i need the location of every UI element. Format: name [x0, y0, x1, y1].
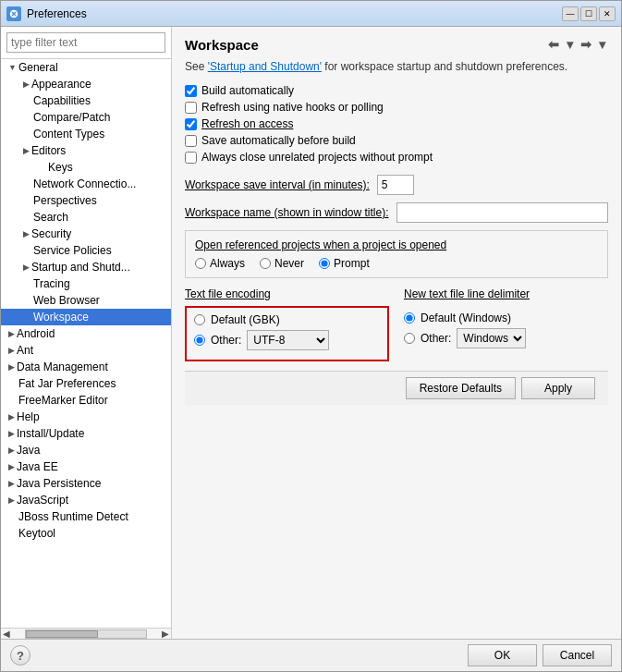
ok-button[interactable]: OK: [468, 644, 537, 666]
expand-icon: ▶: [8, 495, 15, 505]
expand-icon: ▶: [23, 263, 30, 272]
scroll-left-button[interactable]: ◀: [1, 629, 12, 639]
prompt-radio[interactable]: [319, 258, 330, 269]
never-label: Never: [274, 257, 304, 270]
encoding-other-radio[interactable]: [194, 335, 205, 346]
sidebar-item-web-browser[interactable]: Web Browser: [1, 292, 171, 309]
scroll-right-button[interactable]: ▶: [160, 629, 171, 639]
sidebar-item-android[interactable]: ▶ Android: [1, 325, 171, 342]
sidebar-item-startup-shutdown[interactable]: ▶ Startup and Shutd...: [1, 259, 171, 275]
preferences-window: Preferences — ☐ ✕ ▼ General ▶ Appearance: [0, 0, 622, 672]
checkbox-build-auto: Build automatically: [185, 84, 608, 97]
refresh-native-checkbox[interactable]: [185, 102, 197, 114]
sidebar-item-compare-patch[interactable]: Compare/Patch: [1, 109, 171, 126]
build-auto-label: Build automatically: [201, 84, 294, 97]
workspace-name-input[interactable]: [396, 202, 608, 223]
minimize-button[interactable]: —: [562, 6, 579, 21]
sidebar-item-install-update[interactable]: ▶ Install/Update: [1, 425, 171, 442]
workspace-name-row: Workspace name (shown in window title):: [185, 202, 608, 223]
dropdown-icon[interactable]: ▾: [564, 36, 576, 53]
refresh-access-checkbox[interactable]: [185, 118, 197, 130]
encoding-delimiter-columns: Text file encoding Default (GBK) Other: …: [185, 287, 608, 361]
scrollbar-track: [25, 629, 147, 639]
save-interval-input[interactable]: [377, 175, 414, 195]
close-unrelated-label: Always close unrelated projects without …: [201, 151, 433, 164]
apply-button[interactable]: Apply: [521, 377, 595, 399]
sidebar-item-keys[interactable]: Keys: [1, 159, 171, 176]
sidebar-item-appearance[interactable]: ▶ Appearance: [1, 76, 171, 92]
delimiter-default-label: Default (Windows): [421, 312, 511, 324]
scrollbar-thumb[interactable]: [26, 630, 98, 638]
sidebar-item-security[interactable]: ▶ Security: [1, 226, 171, 242]
sidebar-item-tracing[interactable]: Tracing: [1, 275, 171, 292]
sidebar-item-ant[interactable]: ▶ Ant: [1, 342, 171, 359]
sidebar-item-help[interactable]: ▶ Help: [1, 409, 171, 425]
sidebar-item-data-management[interactable]: ▶ Data Management: [1, 359, 171, 375]
delimiter-select[interactable]: Windows Unix Mac: [457, 328, 526, 348]
maximize-button[interactable]: ☐: [580, 6, 597, 21]
text-encoding-column: Text file encoding Default (GBK) Other: …: [185, 287, 389, 361]
help-button[interactable]: ?: [10, 645, 30, 666]
close-button[interactable]: ✕: [599, 6, 616, 21]
sidebar-item-java-persistence[interactable]: ▶ Java Persistence: [1, 475, 171, 492]
delimiter-other-radio[interactable]: [404, 333, 415, 344]
checkboxes-group: Build automatically Refresh using native…: [185, 84, 608, 164]
dropdown2-icon[interactable]: ▾: [596, 36, 608, 53]
always-label: Always: [210, 257, 245, 270]
restore-defaults-button[interactable]: Restore Defaults: [406, 377, 516, 399]
expand-icon: ▶: [23, 79, 30, 89]
sidebar-item-keytool[interactable]: Keytool: [1, 525, 171, 542]
refresh-native-label: Refresh using native hooks or polling: [201, 101, 384, 114]
sidebar-item-service-policies[interactable]: Service Policies: [1, 242, 171, 259]
sidebar-item-java-ee[interactable]: ▶ Java EE: [1, 458, 171, 475]
delimiter-default-radio[interactable]: [404, 312, 415, 324]
sidebar-item-search[interactable]: Search: [1, 209, 171, 226]
right-panel: Workspace ⬅ ▾ ➡ ▾ See 'Startup and Shutd…: [172, 27, 621, 639]
cancel-button[interactable]: Cancel: [543, 644, 612, 666]
line-delimiter-title: New text file line delimiter: [404, 287, 608, 300]
expand-icon: ▶: [8, 346, 15, 355]
back-icon[interactable]: ⬅: [545, 36, 562, 53]
line-delimiter-column: New text file line delimiter Default (Wi…: [404, 287, 608, 361]
sidebar-item-fat-jar[interactable]: Fat Jar Preferences: [1, 375, 171, 392]
sidebar-item-freemarker[interactable]: FreeMarker Editor: [1, 392, 171, 409]
window-icon: [6, 6, 21, 21]
sidebar-item-content-types[interactable]: Content Types: [1, 126, 171, 142]
save-before-build-checkbox[interactable]: [185, 135, 197, 147]
sidebar-item-general[interactable]: ▼ General: [1, 59, 171, 76]
sidebar-item-perspectives[interactable]: Perspectives: [1, 192, 171, 209]
encoding-default-radio[interactable]: [194, 314, 205, 325]
save-before-build-label: Save automatically before build: [201, 134, 356, 147]
expand-icon: ▶: [8, 362, 15, 372]
expand-icon: ▼: [8, 63, 17, 72]
sidebar-item-editors[interactable]: ▶ Editors: [1, 142, 171, 159]
encoding-select[interactable]: UTF-8 GBK UTF-16 ISO-8859-1: [247, 330, 329, 350]
build-auto-checkbox[interactable]: [185, 85, 197, 97]
filter-input[interactable]: [6, 32, 165, 53]
sidebar-item-network-connections[interactable]: Network Connectio...: [1, 176, 171, 192]
never-radio[interactable]: [260, 258, 271, 269]
expand-icon: ▶: [8, 479, 15, 488]
checkbox-refresh-access: Refresh on access: [185, 117, 608, 130]
delimiter-default-row: Default (Windows): [404, 312, 608, 324]
delimiter-other-row: Other: Windows Unix Mac: [404, 328, 608, 348]
radio-always: Always: [195, 257, 245, 270]
page-title: Workspace: [185, 37, 259, 53]
prompt-label: Prompt: [334, 257, 370, 270]
horizontal-scrollbar[interactable]: ◀ ▶: [1, 628, 171, 639]
ok-cancel-bar: ? OK Cancel: [1, 639, 621, 671]
startup-shutdown-link[interactable]: 'Startup and Shutdown': [208, 60, 322, 73]
always-radio[interactable]: [195, 258, 206, 269]
close-unrelated-checkbox[interactable]: [185, 152, 197, 164]
restore-apply-bar: Restore Defaults Apply: [185, 371, 608, 405]
sidebar-item-capabilities[interactable]: Capabilities: [1, 92, 171, 109]
sidebar-item-workspace[interactable]: Workspace: [1, 309, 171, 325]
forward-icon[interactable]: ➡: [578, 36, 594, 53]
expand-icon: ▶: [8, 462, 15, 471]
sidebar-item-java[interactable]: ▶ Java: [1, 442, 171, 458]
sidebar-item-javascript[interactable]: ▶ JavaScript: [1, 492, 171, 508]
radio-prompt: Prompt: [319, 257, 370, 270]
save-interval-row: Workspace save interval (in minutes):: [185, 175, 608, 195]
encoding-default-row: Default (GBK): [194, 313, 380, 326]
sidebar-item-jboss-runtime[interactable]: JBoss Runtime Detect: [1, 508, 171, 525]
